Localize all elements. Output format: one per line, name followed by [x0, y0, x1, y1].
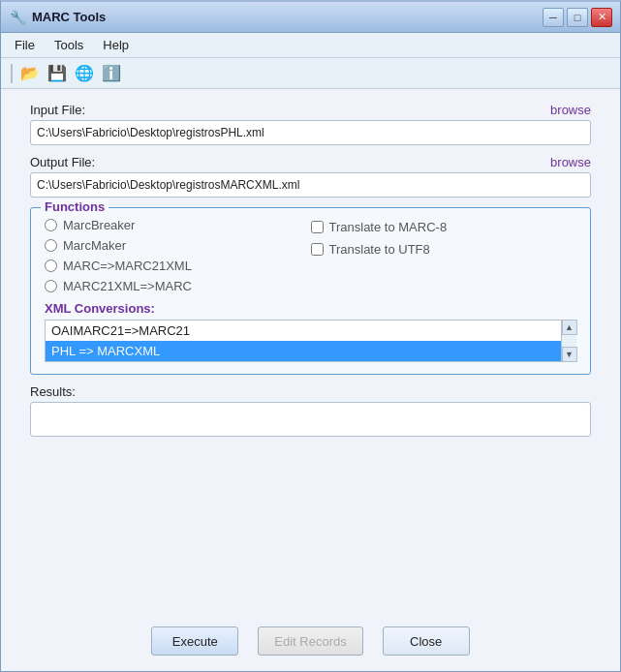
close-button[interactable]: Close [383, 626, 470, 656]
results-label: Results: [30, 384, 591, 399]
checkbox-translate-marc8[interactable]: Translate to MARC-8 [311, 220, 577, 234]
xml-listbox-wrapper: OAIMARC21=>MARC21 PHL => MARCXML ▲ ▼ [45, 320, 576, 362]
functions-grid: MarcBreaker MarcMaker MARC=>MARC21XML MA… [45, 218, 576, 293]
save-button[interactable]: 💾 [46, 62, 69, 85]
execute-button[interactable]: Execute [151, 626, 238, 656]
results-input[interactable] [30, 402, 591, 437]
radio-marc-to-xml-input[interactable] [45, 260, 57, 272]
radio-marcbreaker-label: MarcBreaker [63, 218, 135, 232]
title-bar: 🔧 MARC Tools ─ □ ✕ [1, 2, 620, 33]
functions-group-title: Functions [41, 199, 109, 214]
xml-list-item-0[interactable]: OAIMARC21=>MARC21 [46, 321, 575, 341]
toolbar: 📂 💾 🌐 ℹ️ [1, 58, 620, 89]
radio-xml-to-marc-input[interactable] [45, 280, 57, 292]
results-section: Results: [30, 384, 591, 437]
globe-button[interactable]: 🌐 [73, 62, 96, 85]
checkbox-column: Translate to MARC-8 Translate to UTF8 [311, 218, 577, 293]
input-file-browse[interactable]: browse [550, 103, 591, 117]
radio-marc-to-xml[interactable]: MARC=>MARC21XML [45, 259, 311, 273]
xml-list-item-1[interactable]: PHL => MARCXML [46, 341, 575, 361]
window-controls: ─ □ ✕ [543, 8, 612, 27]
radio-marcmaker-input[interactable] [45, 239, 57, 252]
menu-bar: File Tools Help [1, 33, 620, 58]
input-file-header: Input File: browse [30, 103, 591, 117]
functions-group: Functions MarcBreaker MarcMaker MARC=>MA… [30, 207, 591, 375]
radio-xml-to-marc-label: MARC21XML=>MARC [63, 279, 192, 293]
scroll-up-arrow[interactable]: ▲ [562, 320, 577, 335]
main-content: Input File: browse Output File: browse F… [1, 89, 620, 617]
output-file-header: Output File: browse [30, 155, 591, 169]
output-file-label: Output File: [30, 155, 95, 169]
open-folder-button[interactable]: 📂 [18, 62, 42, 85]
scroll-down-arrow[interactable]: ▼ [562, 347, 577, 362]
output-file-input[interactable] [30, 172, 591, 198]
xml-conversions-label: XML Conversions: [45, 301, 576, 316]
radio-marc-to-xml-label: MARC=>MARC21XML [63, 259, 192, 273]
input-file-label: Input File: [30, 103, 85, 117]
radio-xml-to-marc[interactable]: MARC21XML=>MARC [45, 279, 311, 293]
main-window: 🔧 MARC Tools ─ □ ✕ File Tools Help 📂 💾 🌐… [0, 0, 621, 672]
xml-listbox[interactable]: OAIMARC21=>MARC21 PHL => MARCXML [45, 320, 576, 362]
checkbox-translate-utf8-label: Translate to UTF8 [329, 242, 430, 257]
radio-column: MarcBreaker MarcMaker MARC=>MARC21XML MA… [45, 218, 311, 293]
xml-conversions-section: XML Conversions: OAIMARC21=>MARC21 PHL =… [45, 301, 576, 362]
minimize-button[interactable]: ─ [543, 8, 564, 27]
radio-marcmaker[interactable]: MarcMaker [45, 238, 311, 253]
edit-records-button[interactable]: Edit Records [258, 626, 362, 656]
output-file-group: Output File: browse [30, 155, 591, 198]
close-window-button[interactable]: ✕ [591, 8, 612, 27]
output-file-browse[interactable]: browse [550, 155, 591, 169]
checkbox-translate-marc8-input[interactable] [311, 221, 324, 233]
menu-tools[interactable]: Tools [45, 36, 93, 54]
window-title: MARC Tools [32, 10, 537, 24]
xml-scrollbar: ▲ ▼ [561, 320, 576, 362]
radio-marcbreaker[interactable]: MarcBreaker [45, 218, 311, 232]
button-bar: Execute Edit Records Close [1, 617, 620, 671]
checkbox-translate-utf8[interactable]: Translate to UTF8 [311, 242, 577, 257]
menu-file[interactable]: File [5, 36, 45, 54]
menu-help[interactable]: Help [93, 36, 139, 54]
info-button[interactable]: ℹ️ [100, 62, 123, 85]
input-file-group: Input File: browse [30, 103, 591, 145]
checkbox-translate-marc8-label: Translate to MARC-8 [329, 220, 448, 234]
radio-marcmaker-label: MarcMaker [63, 238, 126, 253]
radio-marcbreaker-input[interactable] [45, 219, 57, 231]
maximize-button[interactable]: □ [567, 8, 588, 27]
input-file-input[interactable] [30, 120, 591, 145]
checkbox-translate-utf8-input[interactable] [311, 243, 324, 256]
toolbar-separator [11, 64, 13, 83]
app-icon: 🔧 [9, 9, 26, 26]
